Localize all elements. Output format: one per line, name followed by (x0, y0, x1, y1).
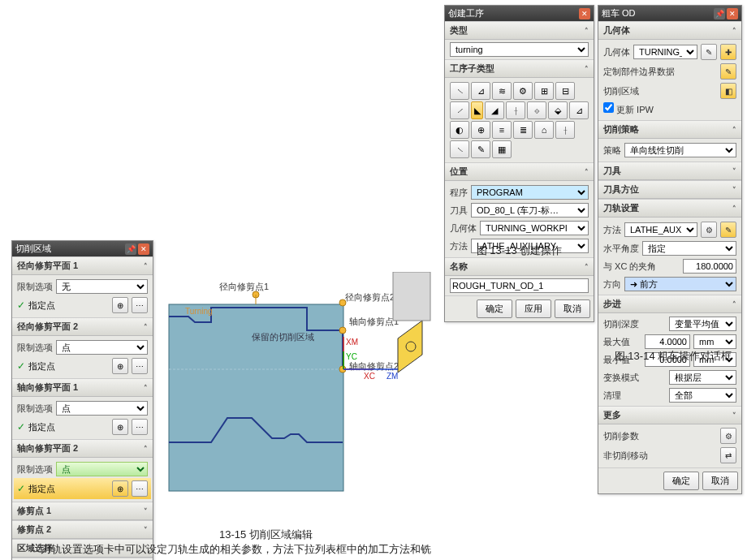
section-axial-trim-1[interactable]: 轴向修剪平面 1 ˄ (12, 378, 153, 397)
apply-button[interactable]: 应用 (516, 299, 551, 318)
point-picker-icon[interactable]: ⊕ (112, 480, 128, 497)
subtype-icon[interactable]: ⟍ (450, 140, 469, 158)
cleanup-select[interactable]: 全部 (669, 388, 736, 403)
section-trim-point-2[interactable]: 修剪点 2 ˅ (12, 520, 153, 539)
subtype-icon[interactable]: ⊕ (471, 121, 490, 139)
method-select[interactable]: LATHE_AUXILI (624, 222, 697, 237)
limit-option-select[interactable]: 无 (56, 279, 148, 294)
subtype-icon[interactable]: ⬙ (548, 101, 568, 119)
ok-button[interactable]: 确定 (477, 299, 512, 318)
method-new-icon[interactable]: ✎ (720, 222, 736, 238)
max-input[interactable] (645, 334, 690, 349)
subtype-icon-selected[interactable]: ◣ (471, 101, 483, 119)
subtype-icon[interactable]: ⊿ (471, 82, 490, 100)
subtype-icon[interactable]: ◐ (450, 121, 469, 139)
custom-boundary-icon[interactable]: ✎ (720, 63, 736, 80)
section-tool-axis[interactable]: 刀具方位 ˅ (598, 180, 741, 199)
chevron-down-icon: ˅ (732, 167, 736, 175)
section-subtype[interactable]: 工序子类型 ˄ (445, 59, 594, 78)
update-ipw-label[interactable]: 更新 IPW (603, 102, 654, 116)
axial-trim-1-label: 轴向修剪点1 (349, 317, 399, 326)
new-icon[interactable]: ✚ (720, 44, 736, 60)
limit-option-select[interactable]: 点 (56, 401, 148, 416)
section-axial-trim-2[interactable]: 轴向修剪平面 2 ˄ (12, 439, 153, 458)
subtype-icon[interactable]: ⌂ (534, 121, 554, 139)
section-more[interactable]: 更多 ˅ (598, 406, 741, 424)
limit-option-select[interactable]: 点 (56, 340, 148, 355)
program-select[interactable]: PROGRAM (471, 185, 589, 200)
subtype-icon[interactable]: ⚙ (513, 82, 533, 100)
section-trim-point-1[interactable]: 修剪点 1 ˅ (12, 502, 153, 520)
point-picker-icon[interactable]: ⊕ (112, 358, 128, 374)
point-picker-icon[interactable]: ⊕ (112, 419, 128, 435)
point-picker-icon[interactable]: ⊕ (112, 297, 128, 313)
section-radial-trim-1[interactable]: 径向修剪平面 1 ˄ (12, 256, 153, 275)
ok-button[interactable]: 确定 (663, 472, 699, 490)
cut-region-titlebar: 切削区域 📌 ✕ (12, 241, 153, 256)
section-path-settings[interactable]: 刀轨设置 ˄ (598, 199, 741, 218)
close-icon[interactable]: ✕ (579, 8, 590, 19)
section-radial-trim-2[interactable]: 径向修剪平面 2 ˄ (12, 317, 153, 336)
subtype-icon[interactable]: ⟊ (506, 101, 525, 119)
name-input[interactable] (450, 278, 589, 293)
subtype-icon[interactable]: ⟊ (555, 121, 575, 139)
pin-icon[interactable]: 📌 (714, 8, 725, 19)
cut-params-icon[interactable]: ⚙ (720, 428, 736, 444)
section-type[interactable]: 类型 ˄ (445, 21, 594, 40)
subtype-icon[interactable]: ≣ (513, 121, 533, 139)
subtype-icon[interactable]: ▦ (492, 140, 512, 158)
subtype-icon[interactable]: ⟍ (450, 82, 469, 100)
section-location[interactable]: 位置 ˄ (445, 162, 594, 181)
pin-icon[interactable]: 📌 (125, 243, 136, 255)
subtype-icon[interactable]: ⟐ (527, 101, 546, 119)
strategy-select[interactable]: 单向线性切削 (624, 143, 736, 157)
section-strategy[interactable]: 切削策略 ˄ (598, 120, 741, 139)
svg-marker-7 (398, 321, 422, 373)
point-dialog-icon[interactable]: ⋯ (132, 419, 148, 435)
tool-label: 刀具 (450, 205, 468, 217)
subtype-icon[interactable]: ✎ (471, 140, 490, 158)
subtype-icon[interactable]: ◢ (485, 101, 504, 119)
subtype-icon[interactable]: ≋ (492, 82, 512, 100)
horizontal-angle-select[interactable]: 指定 (642, 241, 736, 256)
max-unit-select[interactable]: mm (693, 334, 736, 349)
geometry-select[interactable]: TURNING_WO… (633, 45, 697, 59)
svg-rect-9 (393, 272, 430, 321)
edit-icon[interactable]: ✎ (701, 44, 717, 60)
close-icon[interactable]: ✕ (727, 8, 738, 19)
cancel-button[interactable]: 取消 (702, 472, 738, 490)
cut-region-icon[interactable]: ◧ (720, 83, 736, 99)
geometry-label: 几何体 (603, 46, 630, 58)
tool-insert-icon (398, 321, 422, 373)
section-label: 名称 (450, 261, 468, 273)
subtype-icon[interactable]: ≡ (492, 121, 512, 139)
subtype-icon[interactable]: ⊞ (534, 82, 554, 100)
noncut-move-icon[interactable]: ⇄ (720, 447, 736, 463)
subtype-icon[interactable]: ⊟ (555, 82, 575, 100)
update-ipw-checkbox[interactable] (603, 102, 614, 113)
section-geometry[interactable]: 几何体 ˄ (598, 21, 741, 40)
point-dialog-icon[interactable]: ⋯ (132, 358, 148, 374)
cut-depth-select[interactable]: 变量平均值 (669, 317, 736, 331)
cancel-button[interactable]: 取消 (555, 299, 590, 318)
xc-angle-input[interactable] (683, 259, 736, 274)
subtype-icon[interactable]: ⊿ (569, 101, 589, 119)
section-name[interactable]: 名称 ˄ (445, 257, 594, 276)
subtype-icon[interactable]: ⟋ (450, 101, 469, 119)
point-dialog-icon[interactable]: ⋯ (132, 297, 148, 313)
cleanup-label: 清理 (603, 390, 666, 402)
create-operation-panel: 创建工序 ✕ 类型 ˄ turning 工序子类型 ˄ ⟍⊿≋⚙⊞⊟ ⟋◣◢⟊⟐… (444, 5, 594, 322)
tool-select[interactable]: OD_80_L (车刀-标… (471, 203, 589, 218)
type-select[interactable]: turning (450, 42, 589, 57)
direction-select[interactable]: ➜ 前方 (624, 277, 736, 291)
section-tool[interactable]: 刀具 ˅ (598, 162, 741, 180)
point-dialog-icon[interactable]: ⋯ (132, 480, 148, 497)
method-edit-icon[interactable]: ⚙ (701, 222, 717, 238)
change-mode-select[interactable]: 根据层 (669, 370, 736, 385)
section-step[interactable]: 步进 ˄ (598, 295, 741, 313)
chevron-up-icon: ˄ (585, 27, 589, 35)
geometry-select[interactable]: TURNING_WORKPI (480, 221, 589, 235)
close-icon[interactable]: ✕ (138, 243, 149, 255)
chevron-up-icon: ˄ (144, 262, 148, 270)
limit-option-select[interactable]: 点 (56, 462, 148, 476)
